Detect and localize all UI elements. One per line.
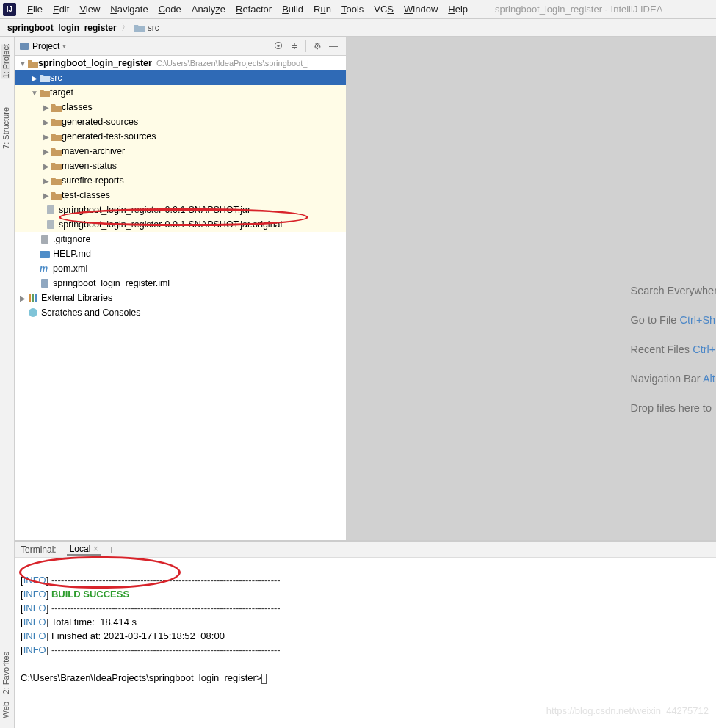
- scratches-icon: [28, 307, 38, 318]
- tree-iml[interactable]: springboot_login_register.iml: [15, 276, 346, 291]
- folder-icon: [40, 73, 50, 82]
- menu-refactor[interactable]: Refactor: [231, 4, 277, 15]
- tree-jar[interactable]: springboot_login_register-0.0.1-SNAPSHOT…: [15, 203, 346, 217]
- svg-rect-4: [40, 251, 50, 258]
- menu-navigate[interactable]: Navigate: [105, 4, 153, 15]
- locate-icon[interactable]: ⦿: [272, 40, 285, 53]
- hint-drop: Drop files here to: [631, 393, 716, 423]
- tree-external-libs[interactable]: ▶External Libraries: [15, 291, 346, 305]
- folder-icon: [51, 161, 62, 170]
- breadcrumb: springboot_login_register 〉 src: [0, 19, 716, 37]
- terminal-output[interactable]: [INFO] ---------------------------------…: [15, 558, 716, 728]
- editor-hints: Search Everywher Go to File Ctrl+Sh Rece…: [631, 276, 716, 423]
- hint-search: Search Everywher: [631, 276, 716, 305]
- tree-target[interactable]: ▼ target: [15, 85, 346, 100]
- breadcrumb-src[interactable]: src: [134, 23, 159, 33]
- menu-edit[interactable]: Edit: [48, 4, 74, 15]
- menu-bar: IJ File Edit View Navigate Code Analyze …: [0, 0, 716, 19]
- close-icon[interactable]: ×: [93, 544, 98, 554]
- breadcrumb-root[interactable]: springboot_login_register: [7, 23, 117, 33]
- svg-rect-3: [41, 235, 48, 244]
- folder-icon: [51, 191, 62, 200]
- tree-pom[interactable]: mpom.xml: [15, 261, 346, 276]
- svg-rect-2: [47, 220, 54, 229]
- tree-gitignore[interactable]: .gitignore: [15, 232, 346, 247]
- tree-root[interactable]: ▼ springboot_login_register C:\Users\Bra…: [15, 56, 346, 70]
- terminal-tab-bar: Terminal: Local × +: [15, 542, 716, 558]
- folder-icon: [51, 132, 62, 141]
- terminal-tab-local[interactable]: Local ×: [67, 544, 101, 556]
- folder-icon: [51, 147, 62, 156]
- hide-icon[interactable]: —: [327, 40, 340, 53]
- tooltab-favorites[interactable]: 2: Favorites: [1, 652, 10, 694]
- svg-rect-1: [47, 205, 54, 214]
- window-title: springboot_login_register - IntelliJ IDE…: [495, 4, 662, 15]
- project-icon: [19, 41, 29, 51]
- tree-jar-original[interactable]: springboot_login_register-0.0.1-SNAPSHOT…: [15, 217, 346, 232]
- tree-scratches[interactable]: Scratches and Consoles: [15, 305, 346, 320]
- terminal-tool-window: Terminal: Local × + [INFO] -------------…: [15, 541, 716, 728]
- module-icon: [28, 59, 38, 68]
- svg-rect-0: [20, 43, 29, 50]
- svg-rect-5: [41, 279, 48, 288]
- breadcrumb-separator: 〉: [121, 21, 130, 34]
- folder-icon: [51, 117, 62, 126]
- tooltab-web[interactable]: Web: [1, 702, 10, 718]
- chevron-down-icon: ▾: [62, 42, 66, 50]
- menu-code[interactable]: Code: [153, 4, 187, 15]
- tree-target-child[interactable]: ▶classes: [15, 100, 346, 114]
- hint-recent: Recent Files: [631, 343, 693, 355]
- folder-icon: [40, 88, 50, 97]
- menu-analyze[interactable]: Analyze: [187, 4, 231, 15]
- tree-help-md[interactable]: HELP.md: [15, 247, 346, 261]
- tree-target-child[interactable]: ▶surefire-reports: [15, 173, 346, 188]
- tree-src[interactable]: ▶ src: [15, 70, 346, 85]
- svg-rect-8: [35, 294, 37, 302]
- svg-rect-6: [29, 294, 31, 302]
- expand-all-icon[interactable]: ≑: [288, 40, 301, 53]
- menu-window[interactable]: Window: [399, 4, 443, 15]
- menu-vcs[interactable]: VCS: [369, 4, 399, 15]
- project-panel-header: Project ▾ ⦿ ≑ ⚙ —: [15, 37, 346, 56]
- tree-target-child[interactable]: ▶maven-status: [15, 159, 346, 173]
- project-tree[interactable]: ▼ springboot_login_register C:\Users\Bra…: [15, 56, 346, 540]
- menu-run[interactable]: Run: [308, 4, 336, 15]
- menu-file[interactable]: File: [22, 4, 48, 15]
- watermark: https://blog.csdn.net/weixin_44275712: [546, 705, 709, 716]
- menu-build[interactable]: Build: [277, 4, 308, 15]
- file-icon: [46, 219, 56, 230]
- tree-target-child[interactable]: ▶test-classes: [15, 188, 346, 203]
- folder-icon: [51, 103, 62, 112]
- tooltab-project[interactable]: 1: Project: [1, 44, 10, 78]
- tree-target-child[interactable]: ▶maven-archiver: [15, 144, 346, 159]
- svg-rect-7: [32, 294, 34, 302]
- iml-icon: [40, 278, 50, 288]
- hint-recent-key: Ctrl+: [693, 343, 715, 355]
- gear-icon[interactable]: ⚙: [311, 40, 324, 53]
- menu-tools[interactable]: Tools: [336, 4, 369, 15]
- svg-point-9: [29, 308, 37, 317]
- menu-help[interactable]: Help: [443, 4, 473, 15]
- file-icon: [40, 234, 50, 244]
- intellij-logo-icon: IJ: [3, 3, 16, 16]
- tooltab-structure[interactable]: 7: Structure: [1, 107, 10, 149]
- hint-nav-key: Alt: [703, 373, 715, 385]
- menu-view[interactable]: View: [74, 4, 105, 15]
- terminal-label: Terminal:: [21, 545, 57, 555]
- project-view-selector[interactable]: Project ▾: [19, 41, 66, 51]
- jar-icon: [46, 205, 56, 215]
- library-icon: [28, 293, 38, 303]
- folder-icon: [134, 23, 145, 32]
- terminal-cursor: [261, 674, 267, 684]
- tree-target-child[interactable]: ▶generated-test-sources: [15, 129, 346, 144]
- tree-target-child[interactable]: ▶generated-sources: [15, 114, 346, 129]
- editor-area-empty: Search Everywher Go to File Ctrl+Sh Rece…: [347, 37, 716, 540]
- folder-icon: [51, 176, 62, 185]
- hint-goto: Go to File: [631, 314, 680, 326]
- terminal-add-tab[interactable]: +: [109, 544, 115, 556]
- maven-icon: m: [40, 263, 50, 274]
- hint-nav: Navigation Bar: [631, 373, 703, 385]
- markdown-icon: [40, 249, 50, 259]
- project-tool-window: Project ▾ ⦿ ≑ ⚙ — ▼ springboot_login_reg…: [15, 37, 347, 540]
- hint-goto-key: Ctrl+Sh: [679, 314, 715, 326]
